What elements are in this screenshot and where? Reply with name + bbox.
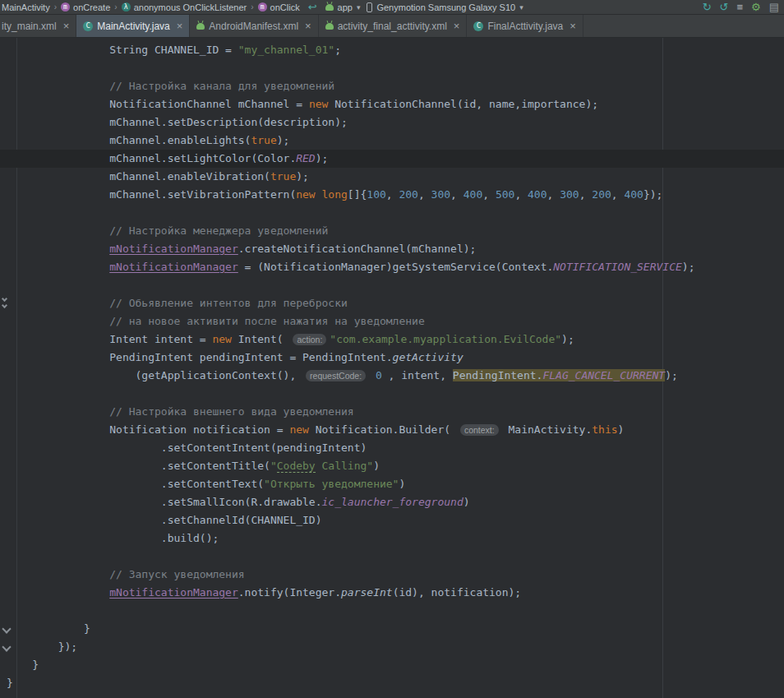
code-line[interactable]: // Обьявление интентов для переброски bbox=[0, 294, 784, 312]
code-line[interactable]: mChannel.setDescription(description); bbox=[0, 113, 784, 132]
chevron-separator-icon: › bbox=[114, 2, 117, 12]
breadcrumb-item[interactable]: MainActivity bbox=[2, 2, 50, 12]
breadcrumb-label: MainActivity bbox=[2, 2, 50, 12]
device-manager-icon[interactable]: ▤ bbox=[769, 2, 779, 12]
code-editor[interactable]: String CHANNEL_ID = "my_channel_01"; // … bbox=[0, 38, 784, 698]
breadcrumb-item[interactable]: λanonymous OnClickListener bbox=[122, 2, 247, 12]
close-icon[interactable]: × bbox=[305, 20, 311, 32]
code-line[interactable] bbox=[0, 385, 784, 403]
code-line[interactable]: // Запуск уведомления bbox=[0, 566, 784, 584]
code-line[interactable]: (getApplicationContext(), requestCode: 0… bbox=[0, 367, 784, 385]
java-class-icon: C bbox=[473, 21, 483, 31]
code-line[interactable]: Intent intent = new Intent( action:"com.… bbox=[0, 331, 784, 349]
code-line[interactable]: } bbox=[0, 674, 784, 692]
code-line[interactable]: // Настройка внешнего вида уведомления bbox=[0, 403, 784, 421]
code-line[interactable]: mChannel.setVibrationPattern(new long[]{… bbox=[0, 186, 784, 204]
code-token: mChannel.enableLights( bbox=[109, 134, 251, 146]
code-line[interactable]: PendingIntent pendingIntent = PendingInt… bbox=[0, 349, 784, 367]
code-line[interactable] bbox=[0, 548, 784, 566]
code-token: // Обьявление интентов для переброски bbox=[109, 297, 348, 309]
close-icon[interactable]: × bbox=[63, 20, 70, 32]
code-line[interactable]: mNotificationManager.createNotificationC… bbox=[0, 240, 784, 258]
editor-tab[interactable]: CFinalActtivity.java× bbox=[467, 15, 583, 37]
code-token: RED bbox=[296, 152, 315, 164]
device-selector[interactable]: Genymotion Samsung Galaxy S10 ▾ bbox=[367, 2, 523, 12]
code-line[interactable] bbox=[0, 276, 784, 294]
code-line[interactable]: mChannel.enableLights(true); bbox=[0, 132, 784, 150]
tab-label: AndroidManifest.xml bbox=[209, 21, 298, 32]
code-line[interactable]: // Настройка менеджера уведомлений bbox=[0, 222, 784, 240]
code-line[interactable]: // Настройка канала для уведомлений bbox=[0, 77, 784, 95]
code-token: FLAG_CANCEL_CURRENT bbox=[542, 369, 665, 381]
code-line[interactable]: mChannel.setLightColor(Color.RED); bbox=[0, 150, 784, 168]
code-token: , bbox=[482, 188, 496, 201]
method-icon: m bbox=[61, 2, 70, 12]
close-icon[interactable]: × bbox=[177, 20, 183, 32]
editor-tab[interactable]: ity_main.xml× bbox=[0, 15, 76, 37]
code-token: }); bbox=[58, 640, 77, 653]
code-line[interactable] bbox=[0, 59, 784, 77]
build-variants-icon[interactable]: ≡ bbox=[736, 2, 743, 12]
run-config-selector[interactable]: app ▾ bbox=[325, 2, 361, 12]
code-token: mChannel.setVibrationPattern( bbox=[109, 188, 296, 201]
code-token: String CHANNEL_ID = bbox=[109, 44, 238, 56]
code-token: "com.example.myapplication.EvilCode" bbox=[330, 333, 561, 345]
code-line[interactable]: } bbox=[0, 656, 784, 674]
code-line[interactable]: .build(); bbox=[0, 529, 784, 548]
android-file-icon bbox=[325, 23, 334, 30]
code-line[interactable]: .setSmallIcon(R.drawable.ic_launcher_for… bbox=[0, 493, 784, 511]
code-token: 500 bbox=[496, 188, 514, 201]
java-class-icon: C bbox=[83, 21, 93, 31]
code-token: // Настройка канала для уведомлений bbox=[109, 80, 334, 92]
method-icon: m bbox=[258, 2, 267, 12]
code-lines: String CHANNEL_ID = "my_channel_01"; // … bbox=[0, 41, 784, 692]
code-line[interactable]: Notification notification = new Notifica… bbox=[0, 421, 784, 439]
code-line[interactable]: mNotificationManager.notify(Integer.pars… bbox=[0, 584, 784, 602]
code-line[interactable]: String CHANNEL_ID = "my_channel_01"; bbox=[0, 41, 784, 59]
fold-arrow-icon[interactable] bbox=[2, 625, 12, 635]
code-token: mNotificationManager bbox=[109, 586, 238, 599]
android-studio-window: MainActivity›monCreate›λanonymous OnClic… bbox=[0, 0, 784, 698]
code-line[interactable]: // на новое активити после нажатия на ув… bbox=[0, 312, 784, 331]
code-line[interactable] bbox=[0, 204, 784, 222]
back-icon[interactable]: ↩ bbox=[308, 1, 317, 13]
code-token: 100 bbox=[367, 188, 385, 201]
code-line[interactable]: .setContentText("Открыть уведомление") bbox=[0, 475, 784, 493]
code-token: ic_launcher_foreground bbox=[322, 496, 463, 508]
code-line[interactable]: NotificationChannel mChannel = new Notif… bbox=[0, 95, 784, 113]
editor-tab[interactable]: AndroidManifest.xml× bbox=[190, 15, 318, 37]
close-icon[interactable]: × bbox=[570, 20, 576, 32]
code-line[interactable]: .setContentTitle("Codeby Calling") bbox=[0, 457, 784, 475]
device-label: Genymotion Samsung Galaxy S10 bbox=[376, 2, 515, 12]
breadcrumb-label: onCreate bbox=[73, 2, 110, 12]
apply-changes-icon[interactable]: ↻ bbox=[703, 2, 712, 12]
tab-label: activity_final_acttivity.xml bbox=[338, 21, 447, 32]
code-line[interactable]: .setChannelId(CHANNEL_ID) bbox=[0, 511, 784, 529]
code-token: ) bbox=[399, 478, 405, 490]
code-line[interactable]: mChannel.enableVibration(true); bbox=[0, 168, 784, 186]
code-line[interactable]: } bbox=[0, 620, 784, 638]
code-line[interactable] bbox=[0, 602, 784, 620]
code-token: 200 bbox=[592, 188, 611, 201]
breadcrumb-item[interactable]: monClick bbox=[258, 2, 300, 12]
settings-gear-icon[interactable]: ⚙ bbox=[751, 2, 761, 12]
code-token: ); bbox=[296, 170, 309, 183]
editor-tabbar: ity_main.xml×CMainActivity.java×AndroidM… bbox=[0, 15, 784, 38]
apply-code-changes-icon[interactable]: ↺ bbox=[720, 2, 729, 12]
code-line[interactable]: .setContentIntent(pendingIntent) bbox=[0, 439, 784, 457]
navigation-bar: MainActivity›monCreate›λanonymous OnClic… bbox=[0, 0, 784, 15]
code-token: parseInt bbox=[341, 586, 393, 599]
code-token: }); bbox=[643, 188, 662, 201]
code-token: (id), notification); bbox=[393, 586, 522, 599]
breadcrumb: MainActivity›monCreate›λanonymous OnClic… bbox=[2, 2, 300, 12]
code-line[interactable]: mNotificationManager = (NotificationMana… bbox=[0, 258, 784, 276]
code-token: NotificationChannel mChannel = bbox=[109, 98, 309, 110]
editor-tab[interactable]: activity_final_acttivity.xml× bbox=[319, 15, 468, 37]
breadcrumb-item[interactable]: monCreate bbox=[61, 2, 110, 12]
code-line[interactable]: }); bbox=[0, 638, 784, 656]
close-icon[interactable]: × bbox=[454, 20, 460, 32]
code-token: (getApplicationContext(), bbox=[136, 369, 303, 381]
editor-tab[interactable]: CMainActivity.java× bbox=[76, 15, 190, 37]
fold-arrow-icon[interactable] bbox=[2, 643, 12, 653]
code-token: ; bbox=[334, 44, 341, 56]
